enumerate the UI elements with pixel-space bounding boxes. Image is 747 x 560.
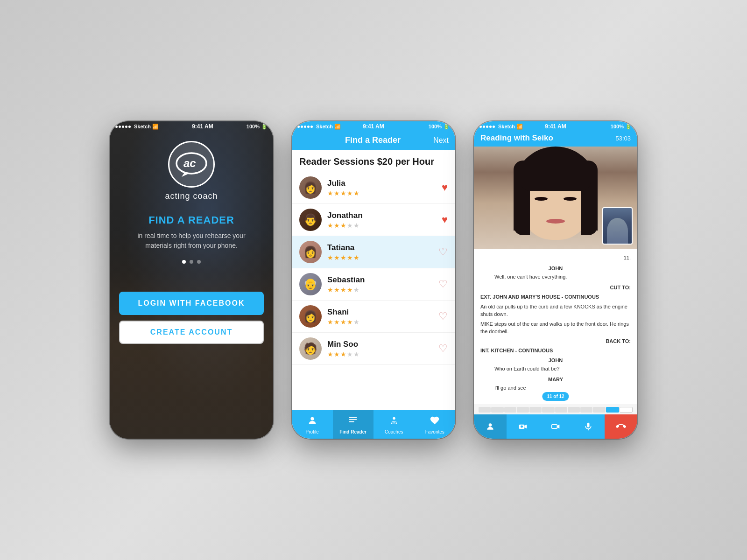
reader-item-shani[interactable]: 👩 Shani ★★★★★ ♡ <box>292 301 455 333</box>
action-2: MIKE steps out of the car and walks up t… <box>480 320 631 336</box>
dot-2 <box>190 260 193 264</box>
reader-item-julia[interactable]: 👩 Julia ★★★★★ ♥ <box>292 172 455 204</box>
avatar-sebastian: 👴 <box>299 273 322 295</box>
create-account-button[interactable]: CREATE ACCOUNT <box>119 321 264 344</box>
avatar-jonathan: 👨 <box>299 209 322 231</box>
like-shani[interactable]: ♡ <box>438 310 448 322</box>
dialogue-mary: I'll go and see <box>494 384 617 392</box>
session-title: Reading with Seiko <box>480 133 553 143</box>
like-jonathan[interactable]: ♥ <box>442 214 448 226</box>
tab-find-reader-label: Find Reader <box>339 429 366 434</box>
reader-item-minsoo[interactable]: 🧑 Min Soo ★★★★★ ♡ <box>292 333 455 365</box>
app-name: acting coach <box>165 191 218 201</box>
action-1: An old car pulls up to the curb and a fe… <box>480 303 631 318</box>
transition-back: BACK TO: <box>480 337 631 345</box>
nav-bar-3: Reading with Seiko 53:03 <box>474 132 637 147</box>
phone-login: Sketch 📶 9:41 AM 100% 🔋 ac actin <box>110 121 273 439</box>
tab-favorites-label: Favorites <box>425 429 444 434</box>
svg-text:ac: ac <box>183 157 196 169</box>
reader-name-tatiana: Tatiana <box>327 243 438 252</box>
svg-point-3 <box>310 417 314 420</box>
battery-2: 100% <box>429 124 442 129</box>
tab-profile[interactable]: Profile <box>292 410 333 439</box>
mic-action-btn[interactable] <box>572 414 605 439</box>
login-facebook-button[interactable]: LOGIN WITH FACEBOOK <box>119 292 264 315</box>
reader-item-jonathan[interactable]: 👨 Jonathan ★★★★★ ♥ <box>292 204 455 236</box>
reader-name-minsoo: Min Soo <box>327 340 438 349</box>
like-tatiana[interactable]: ♡ <box>438 246 448 258</box>
action-bar <box>474 414 637 439</box>
stars-tatiana: ★★★★★ <box>327 254 438 261</box>
dot-1 <box>182 260 186 264</box>
heading-ext: EXT. JOHN AND MARY'S HOUSE - CONTINUOUS <box>480 293 631 301</box>
carrier-1: Sketch <box>134 124 151 129</box>
person-action-btn[interactable] <box>474 414 507 439</box>
svg-point-8 <box>489 423 492 427</box>
svg-rect-11 <box>552 425 557 428</box>
script-area[interactable]: 11. JOHN Well, one can't have everything… <box>474 249 637 405</box>
reader-name-julia: Julia <box>327 179 442 188</box>
section-header: Reader Sessions $20 per Hour <box>292 150 455 172</box>
battery-icon-3: 🔋 <box>625 124 632 130</box>
end-call-btn[interactable] <box>605 414 637 439</box>
subtitle: in real time to help you rehearse yourma… <box>137 231 245 251</box>
character-john-1: JOHN <box>480 265 631 273</box>
reader-info-sebastian: Sebastian ★★★★★ <box>327 275 438 294</box>
pip-video <box>602 207 633 245</box>
reader-name-shani: Shani <box>327 308 438 317</box>
reader-info-tatiana: Tatiana ★★★★★ <box>327 243 438 261</box>
like-minsoo[interactable]: ♡ <box>438 343 448 355</box>
svg-rect-12 <box>587 423 590 427</box>
nav-bar-2: Find a Reader Next <box>292 132 455 150</box>
reader-item-sebastian[interactable]: 👴 Sebastian ★★★★★ ♡ <box>292 268 455 301</box>
profile-icon <box>307 415 317 428</box>
coaches-icon <box>389 415 399 428</box>
avatar-minsoo: 🧑 <box>299 337 322 360</box>
dialogue-john-1: Well, one can't have everything. <box>494 273 617 281</box>
headline: FIND A READER <box>148 214 234 226</box>
reader-item-tatiana[interactable]: 👩 Tatiana ★★★★★ ♡ <box>292 236 455 268</box>
status-bar-1: Sketch 📶 9:41 AM 100% 🔋 <box>110 121 273 132</box>
camera-action-btn[interactable] <box>507 414 539 439</box>
reader-name-sebastian: Sebastian <box>327 275 438 285</box>
phone-find-reader: Sketch 📶 9:41 AM 100% 🔋 Find a Reader Ne… <box>292 121 455 439</box>
find-reader-icon <box>348 415 358 428</box>
page-number: 11. <box>480 254 631 262</box>
like-julia[interactable]: ♥ <box>442 182 448 194</box>
battery-icon-2: 🔋 <box>443 124 450 130</box>
logo-svg: ac <box>175 152 208 177</box>
progress-area <box>474 405 637 414</box>
heading-int: INT. KITCHEN - CONTINUOUS <box>480 347 631 355</box>
like-sebastian[interactable]: ♡ <box>438 278 448 290</box>
carrier-2: Sketch <box>316 124 333 129</box>
reader-info-minsoo: Min Soo ★★★★★ <box>327 340 438 358</box>
session-timer: 53:03 <box>615 135 631 142</box>
progress-segments[interactable] <box>479 407 633 413</box>
phone-reading: Sketch 📶 9:41 AM 100% 🔋 Reading with Sei… <box>474 121 637 439</box>
svg-point-10 <box>521 426 523 428</box>
video-action-btn[interactable] <box>539 414 572 439</box>
time-1: 9:41 AM <box>192 123 213 130</box>
svg-rect-6 <box>349 421 354 422</box>
tab-find-reader[interactable]: Find Reader <box>333 410 374 439</box>
stars-minsoo: ★★★★★ <box>327 350 438 358</box>
battery-icon-1: 🔋 <box>261 124 268 130</box>
tab-profile-label: Profile <box>306 429 319 434</box>
avatar-tatiana: 👩 <box>299 241 322 263</box>
tab-favorites[interactable]: Favorites <box>415 410 456 439</box>
app-logo: ac <box>168 141 215 188</box>
dialogue-john-2: Who on Earth could that be? <box>494 365 617 373</box>
nav-next-button[interactable]: Next <box>433 136 449 145</box>
tab-coaches-label: Coaches <box>385 429 403 434</box>
stars-julia: ★★★★★ <box>327 189 442 197</box>
svg-rect-4 <box>349 417 357 418</box>
reader-info-julia: Julia ★★★★★ <box>327 179 442 197</box>
reader-info-jonathan: Jonathan ★★★★★ <box>327 211 442 229</box>
battery-1: 100% <box>247 124 260 129</box>
character-john-2: JOHN <box>480 357 631 364</box>
reader-name-jonathan: Jonathan <box>327 211 442 220</box>
reader-list: 👩 Julia ★★★★★ ♥ 👨 Jonathan <box>292 172 455 410</box>
wifi-icon-3: 📶 <box>516 124 523 130</box>
svg-point-7 <box>393 417 395 420</box>
tab-coaches[interactable]: Coaches <box>374 410 415 439</box>
